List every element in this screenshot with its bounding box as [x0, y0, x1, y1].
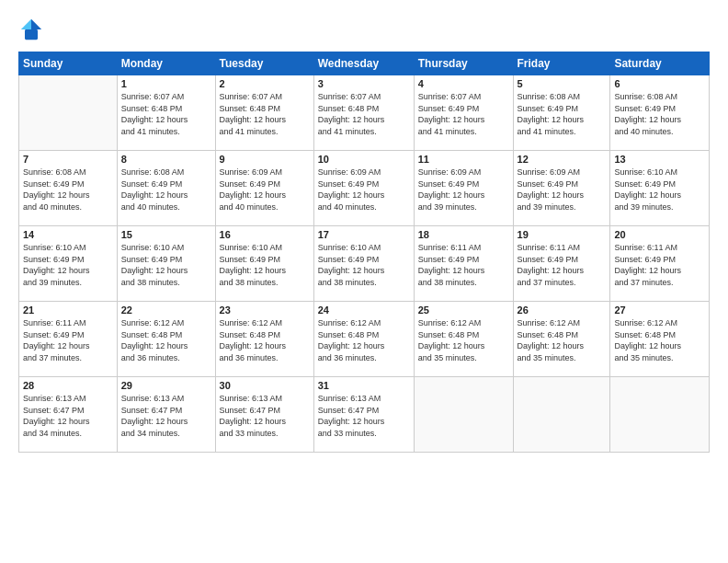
- svg-rect-2: [25, 29, 38, 40]
- day-info: Sunrise: 6:13 AM Sunset: 6:47 PM Dayligh…: [121, 393, 211, 439]
- day-info: Sunrise: 6:08 AM Sunset: 6:49 PM Dayligh…: [121, 167, 211, 213]
- day-info: Sunrise: 6:09 AM Sunset: 6:49 PM Dayligh…: [418, 167, 509, 213]
- day-number: 12: [518, 154, 607, 165]
- day-number: 19: [518, 229, 607, 240]
- day-number: 18: [418, 229, 509, 240]
- day-number: 1: [121, 78, 211, 89]
- header: [18, 17, 710, 42]
- calendar-cell: 28Sunrise: 6:13 AM Sunset: 6:47 PM Dayli…: [19, 377, 118, 453]
- col-header-saturday: Saturday: [610, 52, 710, 75]
- calendar-cell: 19Sunrise: 6:11 AM Sunset: 6:49 PM Dayli…: [513, 226, 610, 302]
- col-header-tuesday: Tuesday: [215, 52, 313, 75]
- calendar-cell: 15Sunrise: 6:10 AM Sunset: 6:49 PM Dayli…: [117, 226, 215, 302]
- calendar-week-row: 28Sunrise: 6:13 AM Sunset: 6:47 PM Dayli…: [19, 377, 710, 453]
- calendar-cell: 8Sunrise: 6:08 AM Sunset: 6:49 PM Daylig…: [117, 151, 215, 226]
- calendar-cell: 17Sunrise: 6:10 AM Sunset: 6:49 PM Dayli…: [313, 226, 414, 302]
- day-number: 26: [518, 304, 607, 316]
- calendar-cell: 27Sunrise: 6:12 AM Sunset: 6:48 PM Dayli…: [610, 302, 710, 377]
- day-number: 31: [318, 380, 410, 391]
- day-number: 29: [121, 380, 211, 391]
- day-number: 21: [23, 304, 113, 316]
- day-number: 14: [23, 229, 113, 240]
- page: SundayMondayTuesdayWednesdayThursdayFrid…: [0, 0, 728, 563]
- logo-icon: [18, 17, 44, 42]
- day-info: Sunrise: 6:08 AM Sunset: 6:49 PM Dayligh…: [518, 91, 607, 137]
- day-info: Sunrise: 6:08 AM Sunset: 6:49 PM Dayligh…: [614, 91, 705, 137]
- col-header-thursday: Thursday: [414, 52, 513, 75]
- calendar-week-row: 7Sunrise: 6:08 AM Sunset: 6:49 PM Daylig…: [19, 151, 710, 226]
- day-info: Sunrise: 6:13 AM Sunset: 6:47 PM Dayligh…: [23, 393, 113, 439]
- calendar-cell: 5Sunrise: 6:08 AM Sunset: 6:49 PM Daylig…: [513, 75, 610, 151]
- calendar-cell: 22Sunrise: 6:12 AM Sunset: 6:48 PM Dayli…: [117, 302, 215, 377]
- day-number: 24: [318, 304, 410, 316]
- calendar-cell: 30Sunrise: 6:13 AM Sunset: 6:47 PM Dayli…: [215, 377, 313, 453]
- day-number: 6: [614, 78, 705, 89]
- calendar-cell: 23Sunrise: 6:12 AM Sunset: 6:48 PM Dayli…: [215, 302, 313, 377]
- calendar-cell: 20Sunrise: 6:11 AM Sunset: 6:49 PM Dayli…: [610, 226, 710, 302]
- day-number: 5: [518, 78, 607, 89]
- svg-marker-1: [21, 19, 31, 29]
- calendar-cell: 29Sunrise: 6:13 AM Sunset: 6:47 PM Dayli…: [117, 377, 215, 453]
- day-number: 13: [614, 154, 705, 165]
- day-info: Sunrise: 6:07 AM Sunset: 6:49 PM Dayligh…: [418, 91, 509, 137]
- calendar-cell: [414, 377, 513, 453]
- day-number: 4: [418, 78, 509, 89]
- calendar-cell: 18Sunrise: 6:11 AM Sunset: 6:49 PM Dayli…: [414, 226, 513, 302]
- day-number: 11: [418, 154, 509, 165]
- day-number: 27: [614, 304, 705, 316]
- calendar-cell: 11Sunrise: 6:09 AM Sunset: 6:49 PM Dayli…: [414, 151, 513, 226]
- day-info: Sunrise: 6:12 AM Sunset: 6:48 PM Dayligh…: [121, 317, 211, 363]
- calendar-cell: 13Sunrise: 6:10 AM Sunset: 6:49 PM Dayli…: [610, 151, 710, 226]
- calendar-cell: 6Sunrise: 6:08 AM Sunset: 6:49 PM Daylig…: [610, 75, 710, 151]
- day-info: Sunrise: 6:11 AM Sunset: 6:49 PM Dayligh…: [614, 242, 705, 288]
- day-number: 20: [614, 229, 705, 240]
- col-header-wednesday: Wednesday: [313, 52, 414, 75]
- calendar-cell: [19, 75, 118, 151]
- day-number: 16: [220, 229, 310, 240]
- day-info: Sunrise: 6:10 AM Sunset: 6:49 PM Dayligh…: [220, 242, 310, 288]
- day-info: Sunrise: 6:09 AM Sunset: 6:49 PM Dayligh…: [318, 167, 410, 213]
- calendar-cell: [610, 377, 710, 453]
- calendar-table: SundayMondayTuesdayWednesdayThursdayFrid…: [18, 52, 710, 453]
- day-info: Sunrise: 6:11 AM Sunset: 6:49 PM Dayligh…: [418, 242, 509, 288]
- day-info: Sunrise: 6:11 AM Sunset: 6:49 PM Dayligh…: [23, 317, 113, 363]
- day-info: Sunrise: 6:08 AM Sunset: 6:49 PM Dayligh…: [23, 167, 113, 213]
- calendar-cell: 31Sunrise: 6:13 AM Sunset: 6:47 PM Dayli…: [313, 377, 414, 453]
- day-number: 9: [220, 154, 310, 165]
- day-number: 7: [23, 154, 113, 165]
- day-info: Sunrise: 6:11 AM Sunset: 6:49 PM Dayligh…: [518, 242, 607, 288]
- day-info: Sunrise: 6:09 AM Sunset: 6:49 PM Dayligh…: [220, 167, 310, 213]
- day-number: 22: [121, 304, 211, 316]
- day-info: Sunrise: 6:12 AM Sunset: 6:48 PM Dayligh…: [518, 317, 607, 363]
- day-number: 30: [220, 380, 310, 391]
- day-number: 28: [23, 380, 113, 391]
- calendar-cell: [513, 377, 610, 453]
- calendar-week-row: 14Sunrise: 6:10 AM Sunset: 6:49 PM Dayli…: [19, 226, 710, 302]
- day-info: Sunrise: 6:12 AM Sunset: 6:48 PM Dayligh…: [614, 317, 705, 363]
- calendar-cell: 24Sunrise: 6:12 AM Sunset: 6:48 PM Dayli…: [313, 302, 414, 377]
- calendar-cell: 2Sunrise: 6:07 AM Sunset: 6:48 PM Daylig…: [215, 75, 313, 151]
- calendar-week-row: 1Sunrise: 6:07 AM Sunset: 6:48 PM Daylig…: [19, 75, 710, 151]
- calendar-cell: 3Sunrise: 6:07 AM Sunset: 6:48 PM Daylig…: [313, 75, 414, 151]
- day-number: 23: [220, 304, 310, 316]
- calendar-cell: 10Sunrise: 6:09 AM Sunset: 6:49 PM Dayli…: [313, 151, 414, 226]
- calendar-cell: 16Sunrise: 6:10 AM Sunset: 6:49 PM Dayli…: [215, 226, 313, 302]
- calendar-cell: 12Sunrise: 6:09 AM Sunset: 6:49 PM Dayli…: [513, 151, 610, 226]
- calendar-cell: 25Sunrise: 6:12 AM Sunset: 6:48 PM Dayli…: [414, 302, 513, 377]
- day-number: 10: [318, 154, 410, 165]
- day-info: Sunrise: 6:10 AM Sunset: 6:49 PM Dayligh…: [318, 242, 410, 288]
- svg-marker-0: [31, 19, 41, 29]
- day-info: Sunrise: 6:07 AM Sunset: 6:48 PM Dayligh…: [318, 91, 410, 137]
- day-info: Sunrise: 6:13 AM Sunset: 6:47 PM Dayligh…: [318, 393, 410, 439]
- calendar-cell: 21Sunrise: 6:11 AM Sunset: 6:49 PM Dayli…: [19, 302, 118, 377]
- day-number: 2: [220, 78, 310, 89]
- day-info: Sunrise: 6:10 AM Sunset: 6:49 PM Dayligh…: [23, 242, 113, 288]
- day-info: Sunrise: 6:12 AM Sunset: 6:48 PM Dayligh…: [220, 317, 310, 363]
- day-info: Sunrise: 6:12 AM Sunset: 6:48 PM Dayligh…: [418, 317, 509, 363]
- calendar-cell: 26Sunrise: 6:12 AM Sunset: 6:48 PM Dayli…: [513, 302, 610, 377]
- day-number: 25: [418, 304, 509, 316]
- day-info: Sunrise: 6:10 AM Sunset: 6:49 PM Dayligh…: [614, 167, 705, 213]
- calendar-cell: 9Sunrise: 6:09 AM Sunset: 6:49 PM Daylig…: [215, 151, 313, 226]
- calendar-cell: 7Sunrise: 6:08 AM Sunset: 6:49 PM Daylig…: [19, 151, 118, 226]
- day-info: Sunrise: 6:07 AM Sunset: 6:48 PM Dayligh…: [121, 91, 211, 137]
